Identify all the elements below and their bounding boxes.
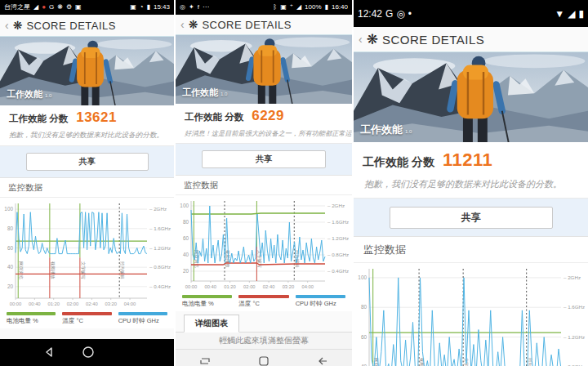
wifi-icon: ▼ [555, 9, 564, 19]
legend-color-bar [118, 312, 167, 315]
empty-area [0, 328, 174, 339]
score-value: 6229 [252, 108, 284, 124]
tab-row: 详细图表 [176, 311, 352, 333]
score-row: 工作效能 分数 11211 [354, 142, 588, 172]
svg-text:40: 40 [7, 264, 14, 270]
screenshot-collage: 台湾之星◢●G❋⚙▣ ▣◔▮15:43 ‹ ❋ SCORE DETAILS 工作… [0, 0, 588, 366]
google-icon: G [385, 9, 393, 19]
back-chevron-icon[interactable]: ‹ [5, 19, 9, 32]
recording-icon: ● [42, 4, 46, 11]
nav-recents-button[interactable] [198, 355, 212, 366]
share-button[interactable]: 共享 [202, 150, 326, 168]
benchmark-name-label: 工作效能1.0 [182, 87, 227, 99]
legend-item: 电池电量 % [182, 295, 232, 308]
instagram-icon: ◎ [396, 9, 404, 19]
status-bar: ◎✦f⋯ ᛒ▣⁺◢100%▮16:40 [176, 0, 352, 15]
app-bar: ‹ ❋ SCORE DETAILS [0, 15, 174, 37]
svg-text:– 1.2GHz: – 1.2GHz [564, 334, 585, 340]
benchmark-name-label: 工作效能1.0 [7, 88, 51, 100]
settings-icon: ⚙ [66, 4, 72, 11]
facebook-icon: f [198, 4, 199, 11]
score-row: 工作效能 分数 6229 [176, 104, 352, 126]
legend-item: 电池电量 % [7, 312, 56, 325]
nav-home-button[interactable] [257, 355, 270, 366]
version-label: 1.0 [45, 93, 51, 98]
legend-label: 温度 °C [62, 317, 111, 325]
comparison-message: 抱歉，我们没有足够的数据来对比此设备的分数。 [0, 127, 174, 146]
detailed-chart-tab[interactable]: 详细图表 [184, 315, 239, 333]
nav-back-button[interactable] [316, 355, 329, 366]
score-row: 工作效能 分数 13621 [0, 105, 174, 127]
svg-text:20: 20 [183, 268, 189, 274]
pcmark-icon: ❋ [57, 4, 63, 11]
back-chevron-icon[interactable]: ‹ [359, 33, 363, 46]
svg-text:100: 100 [358, 274, 367, 280]
svg-text:02:00: 02:00 [243, 284, 256, 289]
nav-home-button[interactable] [82, 346, 95, 359]
legend-label: CPU 时钟 GHz [296, 300, 345, 308]
svg-text:01:20: 01:20 [224, 284, 236, 289]
score-value: 11211 [443, 150, 492, 171]
dot-icon: • [408, 9, 412, 19]
svg-text:04:00: 04:00 [301, 284, 314, 289]
monitor-title: 监控数据 [176, 176, 352, 195]
battery-icon: ▮ [325, 4, 328, 11]
comparison-message: 抱歉，我们没有足够的数据来对比此设备的分数。 [354, 172, 588, 199]
legend-label: 温度 °C [238, 300, 288, 308]
svg-text:00:40: 00:40 [29, 301, 41, 306]
svg-text:03:20: 03:20 [105, 301, 117, 306]
notification-icon: ✦ [189, 4, 194, 11]
status-bar: 台湾之星◢●G❋⚙▣ ▣◔▮15:43 [0, 0, 174, 15]
back-arrow-icon [316, 355, 329, 366]
hero-image: 工作效能1.0 [0, 37, 174, 105]
svg-text:– 0.4GHz: – 0.4GHz [327, 268, 349, 274]
version-label: 1.0 [405, 129, 412, 134]
monitoring-section: 监控数据 100– 2GHz80– 1.6GHz60– 1.2GHz40– 0.… [354, 236, 588, 366]
share-button[interactable]: 共享 [390, 207, 553, 229]
fill-screen-hint[interactable]: 輕觸此處來填滿整個螢幕 [176, 333, 352, 349]
monitoring-section: 监控数据 100– 2GHz80– 1.6GHz60– 1.2GHz40– 0.… [0, 177, 174, 328]
svg-text:60: 60 [7, 245, 14, 251]
score-label: 工作效能 分数 [185, 111, 243, 123]
nav-back-button[interactable] [42, 346, 56, 359]
back-chevron-icon[interactable]: ‹ [180, 18, 185, 31]
svg-text:00:00: 00:00 [185, 284, 198, 289]
share-button[interactable]: 共享 [26, 153, 149, 171]
instagram-icon: ◎ [180, 4, 185, 11]
svg-text:– 0.8GHz: – 0.8GHz [149, 264, 171, 270]
navigation-bar [0, 339, 174, 366]
legend-label: 电池电量 % [7, 317, 56, 325]
monitoring-chart: 100– 2GHz80– 1.6GHz60– 1.2GHz40– 0.8GHz2… [0, 198, 174, 310]
monitoring-chart: 100– 2GHz80– 1.6GHz60– 1.2GHz40– 0.8GHz2… [354, 263, 588, 366]
svg-text:文字编写: 文字编写 [81, 261, 86, 279]
legend-label: CPU 时钟 GHz [118, 317, 167, 325]
svg-text:04:00: 04:00 [124, 301, 136, 306]
svg-text:– 2GHz: – 2GHz [149, 206, 167, 212]
monitoring-section: 监控数据 100– 2GHz80– 1.6GHz60– 1.2GHz40– 0.… [176, 175, 352, 311]
signal-icon: ◢ [296, 4, 301, 11]
svg-text:20: 20 [7, 283, 14, 289]
svg-text:– 2GHz: – 2GHz [327, 203, 345, 208]
svg-text:照片编辑: 照片编辑 [119, 261, 125, 279]
legend-color-bar [296, 295, 345, 298]
svg-text:– 1.6GHz: – 1.6GHz [327, 219, 349, 225]
battery-percent-label: 100% [305, 4, 321, 11]
home-circle-icon [82, 346, 95, 359]
google-icon: G [49, 4, 54, 11]
nfc-icon: ▣ [280, 4, 287, 11]
phone-screenshot-3: 12:42G◎• ▼◢▮ ‹ ❋ SCORE DETAILS 工作效能1.0 工… [354, 0, 588, 366]
page-title: SCORE DETAILS [382, 33, 484, 47]
svg-text:01:20: 01:20 [47, 301, 60, 306]
back-triangle-icon [42, 346, 56, 359]
svg-text:– 1.6GHz: – 1.6GHz [564, 304, 585, 310]
comparison-message: 好消息！这是目前最强大的设备之一，所有功能都正常运行。 [176, 126, 352, 144]
legend-color-bar [7, 312, 56, 315]
signal-icon: ◢ [33, 4, 38, 11]
svg-text:00:40: 00:40 [205, 284, 217, 289]
pcmark-logo-icon: ❋ [13, 19, 23, 32]
svg-text:– 1.6GHz: – 1.6GHz [149, 225, 171, 231]
navigation-bar [176, 349, 352, 366]
svg-text:– 0.8GHz: – 0.8GHz [327, 252, 349, 257]
clock-label: 12:42 [358, 9, 382, 19]
recents-icon [198, 355, 212, 366]
